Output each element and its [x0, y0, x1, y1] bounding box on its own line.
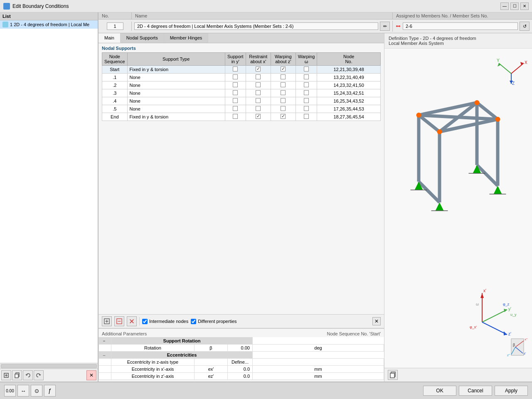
warping-omega-cell[interactable]	[296, 74, 317, 81]
different-properties-checkbox[interactable]	[191, 319, 196, 324]
table-row: .5None17,26,35,44,53	[102, 105, 381, 113]
col-support-type: Support Type	[127, 53, 225, 66]
close-button[interactable]: ✕	[520, 2, 529, 10]
node-no-cell: 18,27,36,45,54	[317, 113, 381, 121]
list-scroll-area[interactable]: 1 2D - 4 degrees of freedom | Local Me	[0, 20, 98, 363]
col-restraint-x: Restraintabout x'	[246, 53, 271, 66]
warping-omega-cell[interactable]	[296, 89, 317, 97]
svg-line-51	[482, 310, 507, 322]
support-y-cell[interactable]	[225, 81, 246, 89]
tab-bar: Main Nodal Supports Member Hinges	[99, 33, 384, 43]
different-properties-checkbox-label[interactable]: Different properties	[191, 319, 236, 324]
action-bar: 0.00 ↔ ⊙ ƒ OK Cancel Apply	[0, 382, 532, 399]
support-y-cell[interactable]	[225, 66, 246, 74]
warping-omega-cell[interactable]	[296, 81, 317, 89]
tab-main[interactable]: Main	[99, 33, 121, 43]
support-y-cell[interactable]	[225, 97, 246, 105]
restraint-x-cell[interactable]	[246, 81, 271, 89]
eccentricities-header-row: – Eccentricities	[99, 352, 384, 359]
svg-point-37	[475, 100, 480, 105]
svg-point-7	[399, 25, 400, 27]
unit-settings-button[interactable]: ↔	[17, 385, 29, 397]
minimize-button[interactable]: —	[500, 2, 509, 10]
support-y-cell[interactable]	[225, 89, 246, 97]
top-labels-row: No. Name Assigned to Members No. / Membe…	[99, 12, 532, 20]
maximize-button[interactable]: ☐	[510, 2, 519, 10]
warping-omega-cell[interactable]	[296, 105, 317, 113]
restraint-x-cell[interactable]	[246, 89, 271, 97]
tab-nodal-supports[interactable]: Nodal Supports	[121, 33, 164, 43]
svg-line-32	[419, 182, 440, 202]
svg-text:x'': x''	[525, 337, 528, 341]
delete-item-button[interactable]: ✕	[86, 370, 96, 380]
warping-omega-cell[interactable]	[296, 113, 317, 121]
undo-item-button[interactable]	[23, 370, 33, 380]
restraint-x-cell[interactable]	[246, 97, 271, 105]
name-edit-button[interactable]: ✏	[380, 22, 390, 31]
node-no-cell: 14,23,32,41,50	[317, 81, 381, 89]
list-footer: ✕	[0, 369, 98, 382]
type-cell: None	[127, 81, 225, 89]
apply-button[interactable]: Apply	[495, 386, 528, 396]
formula-button[interactable]: ƒ	[44, 385, 56, 397]
warping-z-cell[interactable]	[271, 105, 296, 113]
restraint-x-cell[interactable]	[246, 113, 271, 121]
ok-button[interactable]: OK	[423, 386, 456, 396]
support-y-cell[interactable]	[225, 105, 246, 113]
toolbar-close-button[interactable]: ✕	[372, 317, 381, 325]
intermediate-nodes-checkbox-label[interactable]: Intermediate nodes	[142, 319, 188, 324]
warping-z-cell[interactable]	[271, 97, 296, 105]
ecc-z-label: Eccentricity in z-axis type	[111, 359, 195, 366]
type-cell: None	[127, 97, 225, 105]
assigned-edit-button[interactable]: ↺	[520, 22, 530, 31]
table-row: EndFixed in y & torsion18,27,36,45,54	[102, 113, 381, 121]
ecc-x-label: Eccentricity in x'-axis	[111, 366, 195, 373]
intermediate-nodes-checkbox[interactable]	[142, 319, 148, 324]
warping-z-cell[interactable]	[271, 113, 296, 121]
copy-diagram-icon	[389, 372, 396, 378]
support-y-cell[interactable]	[225, 74, 246, 81]
redo-item-button[interactable]	[34, 370, 44, 380]
table-toolbar: Intermediate nodes Different properties …	[99, 314, 384, 328]
warping-z-cell[interactable]	[271, 81, 296, 89]
support-y-cell[interactable]	[225, 113, 246, 121]
toolbar-clear-button[interactable]	[127, 316, 137, 326]
decimal-places-button[interactable]: 0.00	[4, 385, 16, 397]
svg-rect-61	[511, 339, 524, 355]
add-item-button[interactable]	[1, 370, 11, 380]
restraint-x-cell[interactable]	[246, 74, 271, 81]
content-area: List 1 2D - 4 degrees of freedom | Local…	[0, 12, 532, 382]
list-item[interactable]: 1 2D - 4 degrees of freedom | Local Me	[0, 20, 98, 29]
col-node-no: NodeNo.	[317, 53, 381, 66]
rotation-value: 0.00	[228, 345, 253, 352]
seq-cell: Start	[102, 66, 128, 74]
name-input[interactable]	[134, 22, 378, 30]
toolbar-add-button[interactable]	[102, 316, 112, 326]
restraint-x-cell[interactable]	[246, 66, 271, 74]
cancel-button[interactable]: Cancel	[459, 386, 492, 396]
eccentricities-expand[interactable]: –	[103, 353, 106, 357]
svg-marker-41	[436, 202, 444, 211]
support-rotation-row: – Support Rotation	[99, 337, 384, 345]
view-button[interactable]: ⊙	[31, 385, 42, 397]
tab-member-hinges[interactable]: Member Hinges	[164, 33, 209, 43]
svg-rect-70	[390, 373, 394, 378]
app-icon	[3, 3, 10, 10]
no-label: No.	[99, 12, 132, 19]
assigned-input[interactable]	[403, 22, 518, 30]
copy-item-button[interactable]	[12, 370, 22, 380]
warping-z-cell[interactable]	[271, 74, 296, 81]
rotation-row: Rotation β 0.00 deg	[99, 345, 384, 352]
warping-z-cell[interactable]	[271, 66, 296, 74]
warping-omega-cell[interactable]	[296, 66, 317, 74]
title-bar: Edit Boundary Conditions — ☐ ✕	[0, 0, 532, 12]
diagram-copy-button[interactable]	[388, 370, 398, 380]
no-input[interactable]	[107, 22, 123, 30]
svg-marker-16	[498, 63, 501, 66]
warping-omega-cell[interactable]	[296, 97, 317, 105]
support-rotation-expand[interactable]: –	[103, 339, 106, 343]
structure-diagram	[384, 74, 532, 232]
restraint-x-cell[interactable]	[246, 105, 271, 113]
toolbar-delete-button[interactable]	[114, 316, 124, 326]
warping-z-cell[interactable]	[271, 89, 296, 97]
